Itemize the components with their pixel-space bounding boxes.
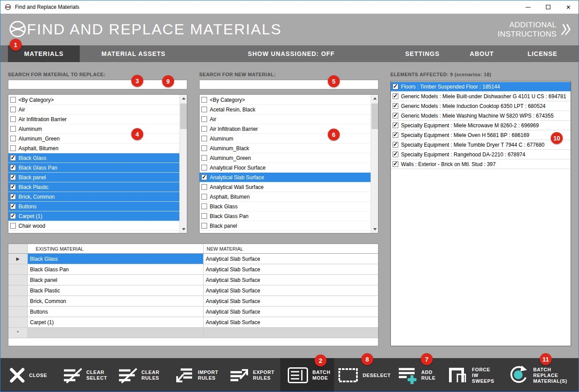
existing-material-cell[interactable]: Brick, Common	[28, 296, 204, 306]
checkbox-icon[interactable]	[201, 194, 207, 200]
rule-row[interactable]: Buttons Analytical Slab Surface	[8, 307, 378, 317]
checkbox-icon[interactable]	[201, 145, 207, 151]
new-material-cell[interactable]	[204, 328, 378, 338]
material-list-item[interactable]: Aluminum_Black	[200, 144, 371, 153]
additional-instructions-link[interactable]: ADDITIONAL INSTRUCTIONS	[498, 14, 572, 45]
material-list-item[interactable]: Asphalt, Bitumen	[200, 192, 371, 202]
scrollbar-down-icon[interactable]	[180, 226, 187, 233]
tab-material-assets[interactable]: MATERIAL ASSETS	[84, 45, 183, 62]
checkbox-icon[interactable]	[10, 155, 16, 161]
force-iw-sweeps-button[interactable]: FORCE IW SWEEPS	[448, 358, 497, 392]
checkbox-icon[interactable]	[201, 116, 207, 122]
material-list-item[interactable]: Aluminum_Green	[200, 153, 371, 163]
checkbox-icon[interactable]	[393, 132, 398, 138]
element-list-item[interactable]: Specialty Equipment : Miele Microwave M …	[391, 121, 571, 130]
row-selector[interactable]	[8, 307, 28, 317]
material-list-item[interactable]: Asphalt, Bitumen	[8, 144, 179, 153]
material-list-item[interactable]: Aluminum	[8, 124, 179, 134]
checkbox-icon[interactable]	[393, 93, 398, 99]
checkbox-icon[interactable]	[393, 113, 398, 118]
batch-replace-materials-button[interactable]: BATCH REPLACE MATERIAL(S)	[507, 358, 565, 392]
checkbox-icon[interactable]	[201, 213, 207, 219]
tab-show-unassigned[interactable]: SHOW UNASSIGNED: OFF	[208, 45, 375, 62]
existing-material-cell[interactable]: Carpet (1)	[28, 317, 204, 327]
rule-row[interactable]: ▶ Black Glass Analytical Slab Surface	[8, 254, 378, 264]
rule-row[interactable]: Black panel Analytical Slab Surface	[8, 275, 378, 285]
new-material-cell[interactable]: Analytical Slab Surface	[204, 264, 378, 274]
checkbox-icon[interactable]	[393, 152, 398, 157]
material-list-item[interactable]: Black Glass Pan	[8, 163, 179, 173]
existing-material-cell[interactable]: Black Glass	[28, 254, 204, 264]
checkbox-icon[interactable]	[201, 136, 207, 141]
row-selector[interactable]	[8, 264, 28, 274]
checkbox-icon[interactable]	[10, 97, 16, 103]
material-list-item[interactable]: Black Glass	[8, 153, 179, 163]
material-list-item[interactable]: Air	[8, 105, 179, 115]
row-selector[interactable]	[8, 296, 28, 306]
maximize-button[interactable]	[538, 0, 558, 14]
checkbox-icon[interactable]	[10, 165, 16, 170]
checkbox-icon[interactable]	[10, 223, 16, 229]
checkbox-icon[interactable]	[201, 165, 207, 170]
material-list-item[interactable]: Brick, Common	[8, 192, 179, 202]
checkbox-icon[interactable]	[10, 116, 16, 122]
rule-row[interactable]: Black Glass Pan Analytical Slab Surface	[8, 264, 378, 275]
material-list-item[interactable]: Acetal Resin, Black	[200, 105, 371, 115]
existing-material-cell[interactable]: Black panel	[28, 275, 204, 285]
material-list-item[interactable]: Air Infiltration Barrier	[8, 115, 179, 124]
new-search-input[interactable]	[199, 80, 379, 89]
existing-material-cell[interactable]: Buttons	[28, 307, 204, 317]
checkbox-icon[interactable]	[10, 126, 16, 132]
checkbox-icon[interactable]	[201, 184, 207, 190]
new-material-cell[interactable]: Analytical Slab Surface	[204, 275, 378, 285]
material-list-item[interactable]: Analytical Slab Surface	[200, 173, 371, 182]
checkbox-icon[interactable]	[393, 122, 398, 128]
element-list-item[interactable]: Generic Models : Miele Washing Machine W…	[391, 111, 571, 121]
checkbox-icon[interactable]	[201, 174, 207, 180]
row-selector[interactable]	[8, 317, 28, 327]
element-list-item[interactable]: Specialty Equipment : Rangehood DA-2210 …	[391, 150, 571, 159]
material-list-item[interactable]: Air	[200, 115, 371, 124]
material-list-item[interactable]: Black panel	[8, 173, 179, 182]
scrollbar-thumb[interactable]	[180, 104, 187, 129]
material-list-item[interactable]: Air Infiltration Barrier	[200, 124, 371, 134]
material-list-item[interactable]: Black panel	[200, 221, 371, 231]
new-material-cell[interactable]: Analytical Slab Surface	[204, 317, 378, 327]
existing-material-cell[interactable]	[28, 328, 204, 338]
rule-row[interactable]: Brick, Common Analytical Slab Surface	[8, 296, 378, 307]
checkbox-icon[interactable]	[393, 84, 398, 89]
checkbox-icon[interactable]	[10, 174, 16, 180]
checkbox-icon[interactable]	[201, 97, 207, 103]
checkbox-icon[interactable]	[10, 107, 16, 112]
checkbox-icon[interactable]	[10, 194, 16, 200]
element-list-item[interactable]: Generic Models : Miele Induction Cooktop…	[391, 101, 571, 111]
checkbox-icon[interactable]	[10, 145, 16, 151]
import-rules-button[interactable]: IMPORT RULES	[174, 358, 219, 392]
element-list-item[interactable]: Specialty Equipment : Miele Tumble Dryer…	[391, 140, 571, 150]
checkbox-icon[interactable]	[393, 161, 398, 167]
element-list-item[interactable]: Generic Models : Miele Built-under Dishw…	[391, 92, 571, 101]
existing-material-cell[interactable]: Black Glass Pan	[28, 264, 204, 274]
element-list-item[interactable]: Walls : Exterior - Brick on Mtl. Stud : …	[391, 159, 571, 169]
export-rules-button[interactable]: EXPORT RULES	[229, 358, 274, 392]
scrollbar[interactable]	[371, 95, 378, 233]
col-header-new-material[interactable]: NEW MATERIAL	[204, 244, 378, 253]
close-window-button[interactable]	[558, 0, 579, 14]
close-button[interactable]: CLOSE	[9, 358, 47, 392]
material-list-item[interactable]: Chair wood	[8, 221, 179, 231]
tab-settings[interactable]: SETTINGS	[384, 45, 461, 62]
element-list-item[interactable]: Floors : Timber Suspended Floor : 185144	[391, 82, 571, 92]
scrollbar-up-icon[interactable]	[371, 95, 379, 102]
tab-about[interactable]: ABOUT	[461, 45, 503, 62]
checkbox-icon[interactable]	[201, 203, 207, 209]
row-selector[interactable]: *	[8, 328, 28, 338]
row-selector[interactable]: ▶	[8, 254, 28, 264]
checkbox-icon[interactable]	[393, 142, 398, 148]
new-material-cell[interactable]: Analytical Slab Surface	[204, 285, 378, 296]
material-list-item[interactable]: Aluminum	[200, 134, 371, 144]
rule-row[interactable]: Black Plastic Analytical Slab Surface	[8, 285, 378, 296]
checkbox-icon[interactable]	[10, 213, 16, 219]
minimize-button[interactable]	[518, 0, 538, 14]
material-list-item[interactable]: Black Glass Pan	[200, 211, 371, 221]
checkbox-icon[interactable]	[10, 203, 16, 209]
